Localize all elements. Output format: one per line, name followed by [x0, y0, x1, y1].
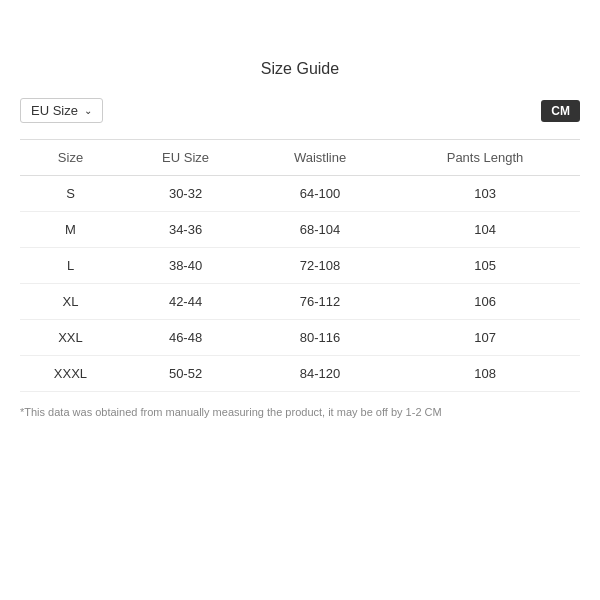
- cell-eu_size: 50-52: [121, 356, 250, 392]
- page-title: Size Guide: [20, 60, 580, 78]
- cell-waistline: 72-108: [250, 248, 390, 284]
- cell-size: S: [20, 176, 121, 212]
- cell-eu_size: 30-32: [121, 176, 250, 212]
- disclaimer-text: *This data was obtained from manually me…: [20, 406, 580, 418]
- cell-waistline: 64-100: [250, 176, 390, 212]
- table-row: L38-4072-108105: [20, 248, 580, 284]
- cell-size: M: [20, 212, 121, 248]
- cell-waistline: 80-116: [250, 320, 390, 356]
- cell-pants_length: 103: [390, 176, 580, 212]
- cell-pants_length: 108: [390, 356, 580, 392]
- table-row: XL42-4476-112106: [20, 284, 580, 320]
- cell-eu_size: 34-36: [121, 212, 250, 248]
- cell-waistline: 76-112: [250, 284, 390, 320]
- size-dropdown-label: EU Size: [31, 103, 78, 118]
- table-row: M34-3668-104104: [20, 212, 580, 248]
- col-header-waistline: Waistline: [250, 140, 390, 176]
- cell-waistline: 84-120: [250, 356, 390, 392]
- unit-toggle-button[interactable]: CM: [541, 100, 580, 122]
- chevron-down-icon: ⌄: [84, 105, 92, 116]
- table-row: S30-3264-100103: [20, 176, 580, 212]
- cell-pants_length: 104: [390, 212, 580, 248]
- cell-pants_length: 105: [390, 248, 580, 284]
- cell-eu_size: 38-40: [121, 248, 250, 284]
- col-header-pants-length: Pants Length: [390, 140, 580, 176]
- table-header-row: Size EU Size Waistline Pants Length: [20, 140, 580, 176]
- controls-bar: EU Size ⌄ CM: [20, 98, 580, 123]
- size-table: Size EU Size Waistline Pants Length S30-…: [20, 139, 580, 392]
- cell-pants_length: 106: [390, 284, 580, 320]
- cell-size: XXL: [20, 320, 121, 356]
- table-row: XXXL50-5284-120108: [20, 356, 580, 392]
- table-row: XXL46-4880-116107: [20, 320, 580, 356]
- cell-size: XL: [20, 284, 121, 320]
- cell-waistline: 68-104: [250, 212, 390, 248]
- size-guide-container: Size Guide EU Size ⌄ CM Size EU Size Wai…: [20, 60, 580, 418]
- cell-eu_size: 46-48: [121, 320, 250, 356]
- size-dropdown[interactable]: EU Size ⌄: [20, 98, 103, 123]
- cell-pants_length: 107: [390, 320, 580, 356]
- cell-size: XXXL: [20, 356, 121, 392]
- col-header-eu-size: EU Size: [121, 140, 250, 176]
- cell-size: L: [20, 248, 121, 284]
- cell-eu_size: 42-44: [121, 284, 250, 320]
- col-header-size: Size: [20, 140, 121, 176]
